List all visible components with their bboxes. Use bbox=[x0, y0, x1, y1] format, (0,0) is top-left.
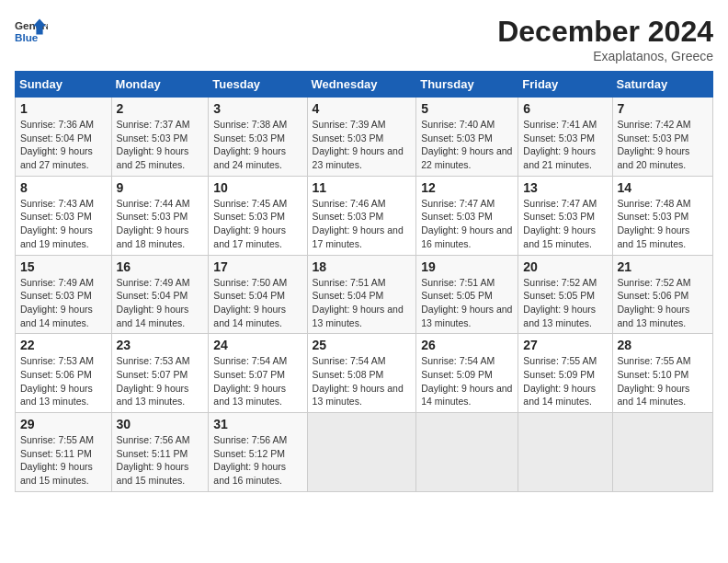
day-number: 5 bbox=[421, 101, 513, 116]
calendar-cell: 28Sunrise: 7:55 AMSunset: 5:10 PMDayligh… bbox=[612, 334, 712, 413]
calendar-cell: 21Sunrise: 7:52 AMSunset: 5:06 PMDayligh… bbox=[612, 255, 712, 334]
calendar-cell bbox=[518, 413, 612, 492]
calendar-cell: 6Sunrise: 7:41 AMSunset: 5:03 PMDaylight… bbox=[518, 98, 612, 177]
day-info: Sunrise: 7:49 AMSunset: 5:03 PMDaylight:… bbox=[20, 276, 107, 330]
day-info: Sunrise: 7:52 AMSunset: 5:05 PMDaylight:… bbox=[523, 276, 607, 330]
calendar-cell: 2Sunrise: 7:37 AMSunset: 5:03 PMDaylight… bbox=[111, 98, 209, 177]
day-info: Sunrise: 7:55 AMSunset: 5:09 PMDaylight:… bbox=[523, 354, 607, 408]
calendar-cell: 17Sunrise: 7:50 AMSunset: 5:04 PMDayligh… bbox=[209, 255, 307, 334]
day-number: 13 bbox=[523, 180, 607, 195]
calendar-week-row: 1Sunrise: 7:36 AMSunset: 5:04 PMDaylight… bbox=[16, 98, 713, 177]
day-info: Sunrise: 7:48 AMSunset: 5:03 PMDaylight:… bbox=[618, 197, 708, 251]
day-info: Sunrise: 7:38 AMSunset: 5:03 PMDaylight:… bbox=[213, 118, 301, 172]
day-number: 22 bbox=[20, 338, 107, 352]
day-info: Sunrise: 7:54 AMSunset: 5:07 PMDaylight:… bbox=[213, 354, 301, 408]
day-number: 18 bbox=[313, 259, 412, 274]
header-wednesday: Wednesday bbox=[307, 72, 416, 98]
header-friday: Friday bbox=[518, 72, 612, 98]
day-info: Sunrise: 7:44 AMSunset: 5:03 PMDaylight:… bbox=[117, 197, 204, 251]
day-info: Sunrise: 7:54 AMSunset: 5:08 PMDaylight:… bbox=[313, 354, 412, 408]
day-number: 20 bbox=[523, 259, 607, 274]
calendar-cell: 12Sunrise: 7:47 AMSunset: 5:03 PMDayligh… bbox=[416, 176, 518, 255]
calendar-cell: 25Sunrise: 7:54 AMSunset: 5:08 PMDayligh… bbox=[307, 334, 416, 413]
calendar-cell: 30Sunrise: 7:56 AMSunset: 5:11 PMDayligh… bbox=[111, 413, 209, 492]
day-number: 17 bbox=[213, 259, 301, 274]
calendar-cell: 15Sunrise: 7:49 AMSunset: 5:03 PMDayligh… bbox=[16, 255, 112, 334]
calendar-cell: 27Sunrise: 7:55 AMSunset: 5:09 PMDayligh… bbox=[518, 334, 612, 413]
day-info: Sunrise: 7:54 AMSunset: 5:09 PMDaylight:… bbox=[421, 354, 513, 408]
day-info: Sunrise: 7:41 AMSunset: 5:03 PMDaylight:… bbox=[523, 118, 607, 172]
calendar-cell: 23Sunrise: 7:53 AMSunset: 5:07 PMDayligh… bbox=[111, 334, 209, 413]
day-info: Sunrise: 7:52 AMSunset: 5:06 PMDaylight:… bbox=[618, 276, 708, 330]
day-number: 16 bbox=[117, 259, 204, 274]
day-info: Sunrise: 7:42 AMSunset: 5:03 PMDaylight:… bbox=[618, 118, 708, 172]
day-number: 8 bbox=[20, 180, 107, 195]
day-info: Sunrise: 7:51 AMSunset: 5:04 PMDaylight:… bbox=[313, 276, 412, 330]
day-number: 28 bbox=[618, 338, 708, 352]
calendar-cell: 20Sunrise: 7:52 AMSunset: 5:05 PMDayligh… bbox=[518, 255, 612, 334]
calendar-cell: 22Sunrise: 7:53 AMSunset: 5:06 PMDayligh… bbox=[16, 334, 112, 413]
calendar-cell: 24Sunrise: 7:54 AMSunset: 5:07 PMDayligh… bbox=[209, 334, 307, 413]
day-number: 3 bbox=[213, 101, 301, 116]
month-title: December 2024 bbox=[497, 15, 713, 49]
day-number: 27 bbox=[523, 338, 607, 352]
calendar-cell bbox=[307, 413, 416, 492]
day-info: Sunrise: 7:39 AMSunset: 5:03 PMDaylight:… bbox=[313, 118, 412, 172]
svg-text:Blue: Blue bbox=[15, 31, 39, 43]
calendar-cell: 9Sunrise: 7:44 AMSunset: 5:03 PMDaylight… bbox=[111, 176, 209, 255]
calendar-week-row: 8Sunrise: 7:43 AMSunset: 5:03 PMDaylight… bbox=[16, 176, 713, 255]
day-info: Sunrise: 7:56 AMSunset: 5:12 PMDaylight:… bbox=[213, 433, 301, 488]
day-info: Sunrise: 7:55 AMSunset: 5:10 PMDaylight:… bbox=[618, 354, 708, 408]
calendar-cell: 4Sunrise: 7:39 AMSunset: 5:03 PMDaylight… bbox=[307, 98, 416, 177]
calendar-cell: 7Sunrise: 7:42 AMSunset: 5:03 PMDaylight… bbox=[612, 98, 712, 177]
day-info: Sunrise: 7:36 AMSunset: 5:04 PMDaylight:… bbox=[20, 118, 107, 172]
header-saturday: Saturday bbox=[612, 72, 712, 98]
page-header: General Blue December 2024 Exaplatanos, … bbox=[15, 15, 713, 63]
calendar-cell: 18Sunrise: 7:51 AMSunset: 5:04 PMDayligh… bbox=[307, 255, 416, 334]
calendar-cell: 10Sunrise: 7:45 AMSunset: 5:03 PMDayligh… bbox=[209, 176, 307, 255]
day-number: 24 bbox=[213, 338, 301, 352]
logo-icon: General Blue bbox=[15, 15, 48, 48]
calendar-cell: 16Sunrise: 7:49 AMSunset: 5:04 PMDayligh… bbox=[111, 255, 209, 334]
day-info: Sunrise: 7:43 AMSunset: 5:03 PMDaylight:… bbox=[20, 197, 107, 251]
day-info: Sunrise: 7:47 AMSunset: 5:03 PMDaylight:… bbox=[523, 197, 607, 251]
day-number: 19 bbox=[421, 259, 513, 274]
calendar-cell: 29Sunrise: 7:55 AMSunset: 5:11 PMDayligh… bbox=[16, 413, 112, 492]
calendar-cell: 3Sunrise: 7:38 AMSunset: 5:03 PMDaylight… bbox=[209, 98, 307, 177]
calendar-cell: 11Sunrise: 7:46 AMSunset: 5:03 PMDayligh… bbox=[307, 176, 416, 255]
day-info: Sunrise: 7:45 AMSunset: 5:03 PMDaylight:… bbox=[213, 197, 301, 251]
calendar-cell bbox=[416, 413, 518, 492]
day-info: Sunrise: 7:53 AMSunset: 5:07 PMDaylight:… bbox=[117, 354, 204, 408]
day-number: 7 bbox=[618, 101, 708, 116]
calendar-cell: 26Sunrise: 7:54 AMSunset: 5:09 PMDayligh… bbox=[416, 334, 518, 413]
day-number: 11 bbox=[313, 180, 412, 195]
day-number: 26 bbox=[421, 338, 513, 352]
day-number: 1 bbox=[20, 101, 107, 116]
day-number: 14 bbox=[618, 180, 708, 195]
header-monday: Monday bbox=[111, 72, 209, 98]
day-number: 30 bbox=[117, 417, 204, 431]
day-number: 4 bbox=[313, 101, 412, 116]
day-info: Sunrise: 7:40 AMSunset: 5:03 PMDaylight:… bbox=[421, 118, 513, 172]
day-number: 31 bbox=[213, 417, 301, 431]
day-number: 21 bbox=[618, 259, 708, 274]
header-sunday: Sunday bbox=[16, 72, 112, 98]
day-number: 10 bbox=[213, 180, 301, 195]
day-number: 12 bbox=[421, 180, 513, 195]
calendar-cell: 31Sunrise: 7:56 AMSunset: 5:12 PMDayligh… bbox=[209, 413, 307, 492]
day-info: Sunrise: 7:46 AMSunset: 5:03 PMDaylight:… bbox=[313, 197, 412, 251]
calendar-cell: 5Sunrise: 7:40 AMSunset: 5:03 PMDaylight… bbox=[416, 98, 518, 177]
day-number: 15 bbox=[20, 259, 107, 274]
day-number: 9 bbox=[117, 180, 204, 195]
calendar-week-row: 29Sunrise: 7:55 AMSunset: 5:11 PMDayligh… bbox=[16, 413, 713, 492]
calendar-cell: 1Sunrise: 7:36 AMSunset: 5:04 PMDaylight… bbox=[16, 98, 112, 177]
day-number: 29 bbox=[20, 417, 107, 431]
title-area: December 2024 Exaplatanos, Greece bbox=[497, 15, 713, 63]
weekday-header-row: Sunday Monday Tuesday Wednesday Thursday… bbox=[16, 72, 713, 98]
calendar-cell: 14Sunrise: 7:48 AMSunset: 5:03 PMDayligh… bbox=[612, 176, 712, 255]
calendar-cell bbox=[612, 413, 712, 492]
day-info: Sunrise: 7:37 AMSunset: 5:03 PMDaylight:… bbox=[117, 118, 204, 172]
calendar-cell: 13Sunrise: 7:47 AMSunset: 5:03 PMDayligh… bbox=[518, 176, 612, 255]
day-info: Sunrise: 7:55 AMSunset: 5:11 PMDaylight:… bbox=[20, 433, 107, 488]
calendar-table: Sunday Monday Tuesday Wednesday Thursday… bbox=[15, 71, 713, 492]
